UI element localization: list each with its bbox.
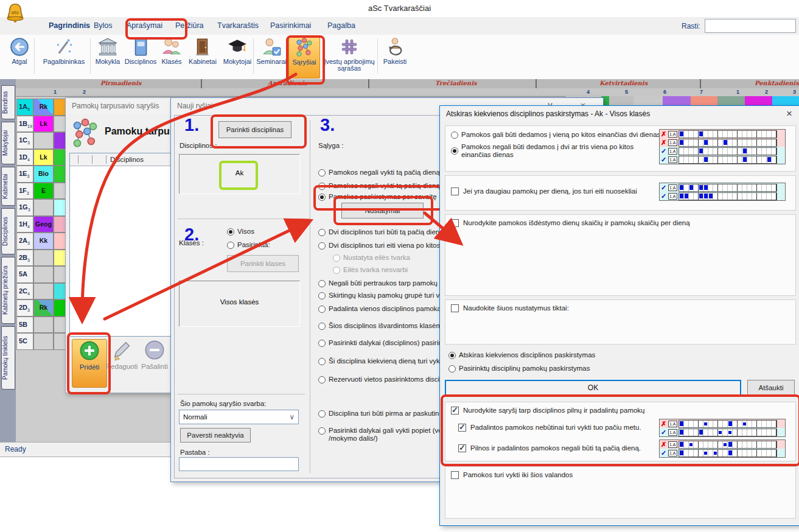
lesson-cell[interactable]: Kk — [33, 233, 54, 250]
lesson-cell[interactable]: E — [33, 183, 54, 200]
condition-radio-10[interactable] — [318, 306, 326, 313]
pick-classes-button[interactable]: Parinkti klases — [227, 255, 299, 272]
class-row-5B[interactable]: 5B — [16, 317, 33, 334]
condition-label-5[interactable]: Dvi disciplinos turi eiti viena po kitos — [329, 242, 440, 249]
class-row-2D[interactable]: 2D3 — [16, 299, 33, 317]
each-discipline-radio[interactable] — [448, 352, 456, 359]
classes-selected-label[interactable]: Pasirinkta: — [237, 241, 270, 248]
class-row-5A[interactable]: 5A — [16, 266, 33, 283]
lesson-cell[interactable]: Geog — [33, 216, 54, 233]
classes-selected-radio[interactable] — [227, 242, 234, 249]
class-row-2A[interactable]: 2A3 — [16, 233, 33, 250]
find-input[interactable] — [705, 19, 796, 33]
condition-label-9[interactable]: Skirtingų klasių pamokų grupė turi vyk — [329, 292, 447, 299]
consecutive-forbidden-radio[interactable] — [451, 147, 458, 155]
relations-column-header[interactable]: Disciplinos — [106, 156, 144, 163]
close-icon[interactable]: × — [783, 108, 796, 120]
condition-radio-12[interactable] — [318, 340, 326, 347]
condition-label-15[interactable]: Disciplina turi būti pirma ar paskutinė — [329, 410, 443, 417]
classes-all-radio[interactable] — [227, 228, 234, 236]
condition-radio-11[interactable] — [318, 323, 326, 330]
condition-label-11[interactable]: Šios disciplinos išvardintoms klasėms t — [329, 322, 449, 329]
class-row-1H[interactable]: 1H4 — [16, 216, 33, 233]
sidebar-tab-mokytojai[interactable]: Mokytojai — [1, 122, 15, 164]
condition-label-16[interactable]: Pasirinkti dalykai gali vykti popiet (vė… — [329, 427, 456, 443]
lesson-cell[interactable] — [33, 317, 54, 334]
consecutive-allowed-radio[interactable] — [451, 131, 458, 139]
asc-bell-icon[interactable]: aSc — [4, 1, 27, 26]
use-only-label[interactable]: Naudokite šiuos nustatymus tiktai: — [463, 304, 569, 312]
note-input[interactable] — [179, 457, 299, 471]
specify-days-label[interactable]: Nurodykite pamokos išdėstymo dienų skaič… — [463, 219, 690, 226]
toolbar-button-atgal[interactable]: Atgal — [6, 36, 33, 77]
condition-radio-4[interactable] — [318, 229, 326, 236]
menu-item-tvarkaraštis[interactable]: Tvarkaraštis — [217, 21, 259, 30]
class-row-1B[interactable]: 1B19 — [16, 116, 33, 133]
condition-radio-16[interactable] — [318, 427, 326, 435]
lesson-cell[interactable]: Lk — [33, 149, 54, 166]
sidebar-tab-bendras[interactable]: Bendras — [1, 85, 15, 119]
deactivate-button[interactable]: Paversti neaktyvia — [180, 428, 251, 443]
class-row-1D[interactable]: 1D4 — [16, 149, 33, 166]
lesson-cell[interactable]: Rk — [33, 99, 54, 116]
sidebar-tab-kabinetų-priežiūra[interactable]: Kabinetų priežiūra — [1, 257, 15, 324]
class-row-1E[interactable]: 1E3 — [16, 166, 33, 183]
condition-radio-6[interactable] — [333, 254, 340, 262]
class-row-2C[interactable]: 2C4 — [16, 283, 33, 300]
class-row-1A[interactable]: 1A5 — [16, 99, 33, 116]
class-row-1G[interactable]: 1G3 — [16, 199, 33, 216]
condition-label-8[interactable]: Negali būti pertraukos tarp pamokų gr — [329, 279, 445, 287]
condition-radio-8[interactable] — [318, 280, 326, 287]
toolbar-button-mokykla[interactable]: Mokykla — [92, 36, 123, 77]
until-hour-label[interactable]: Pamokos turi vykti iki šios valandos — [463, 471, 573, 478]
consecutive-forbidden-label[interactable]: Pamokos negali būti dedamos į dvi ar tri… — [461, 143, 656, 159]
condition-radio-9[interactable] — [318, 292, 326, 299]
toolbar-button-mokytojai[interactable]: Mokytojai — [220, 36, 254, 77]
lesson-cell[interactable] — [33, 199, 54, 216]
toolbar-button-kabinetai[interactable]: Kabinetai — [186, 36, 219, 77]
relations-list[interactable]: Disciplinos — [69, 153, 172, 337]
lesson-cell[interactable]: Rk — [33, 299, 54, 317]
importance-select[interactable]: Normali∨ — [179, 410, 299, 424]
class-row-5C[interactable]: 5C — [16, 333, 33, 350]
sidebar-tab-pamokų-tinklelis[interactable]: Pamokų tinklelis — [1, 326, 15, 390]
sequential-checkbox[interactable] — [451, 187, 459, 195]
class-row-1C[interactable]: 1C3 — [16, 132, 33, 149]
condition-radio-14[interactable] — [318, 376, 326, 383]
classes-all-label[interactable]: Visos — [237, 228, 254, 235]
toolbar-button-pakeisti[interactable]: Pakeisti — [380, 36, 410, 77]
menu-item-pasirinkimai[interactable]: Pasirinkimai — [270, 21, 311, 30]
cancel-button[interactable]: Atšaukti — [747, 380, 795, 396]
sidebar-tab-disciplinos[interactable]: Disciplinos — [1, 208, 15, 254]
condition-label-12[interactable]: Pasirinkti dalykai (disciplinos) pasirin… — [329, 339, 448, 346]
condition-label-13[interactable]: Ši disciplina kiekvieną dieną turi vykti — [329, 357, 444, 365]
condition-radio-0[interactable] — [318, 169, 326, 177]
toolbar-button-seminarai[interactable]: Seminarai — [256, 36, 287, 77]
lesson-cell[interactable] — [33, 333, 54, 350]
condition-label-0[interactable]: Pamokos negali vykti tą pačią dieną — [329, 169, 440, 176]
ok-button[interactable]: OK — [445, 380, 741, 396]
menu-item-bylos[interactable]: Bylos — [94, 21, 113, 30]
lesson-cell[interactable] — [33, 132, 54, 149]
class-row-2B[interactable]: 2B3 — [16, 250, 33, 267]
specify-days-checkbox[interactable] — [451, 219, 459, 227]
consecutive-allowed-label[interactable]: Pamokos gali būti dedamos į vieną po kit… — [461, 131, 660, 138]
condition-radio-13[interactable] — [318, 358, 326, 365]
condition-radio-15[interactable] — [318, 410, 326, 418]
toolbar-button-įvestų-apribojimų-sąrašas[interactable]: Įvestų apribojimų sąrašas — [320, 36, 379, 77]
selected-subjects-radio[interactable] — [448, 365, 456, 373]
condition-radio-7[interactable] — [333, 267, 340, 274]
sequential-label[interactable]: Jei yra daugiau pamokų per dieną, jos tu… — [463, 187, 637, 195]
class-row-1F[interactable]: 1F3 — [16, 183, 33, 200]
condition-label-4[interactable]: Dvi disciplinos turi būti tą pačią dieną — [329, 228, 444, 236]
each-discipline-label[interactable]: Atskiras kiekvienos disciplinos paskirst… — [459, 351, 595, 359]
lesson-cell[interactable]: Bio — [33, 166, 54, 183]
menu-item-pagalba[interactable]: Pagalba — [327, 21, 355, 30]
lesson-cell[interactable]: Lk — [33, 116, 54, 133]
lesson-cell[interactable] — [33, 266, 54, 283]
use-only-checkbox[interactable] — [451, 304, 459, 312]
condition-label-6[interactable]: Nustatyta eilės tvarka — [343, 254, 410, 261]
selected-subjects-label[interactable]: Pasirinktų disciplinų pamokų paskirstyma… — [459, 365, 590, 372]
menu-item-pagrindinis[interactable]: Pagrindinis — [49, 21, 90, 30]
sidebar-tab-kabinetai[interactable]: Kabinetai — [1, 167, 15, 206]
